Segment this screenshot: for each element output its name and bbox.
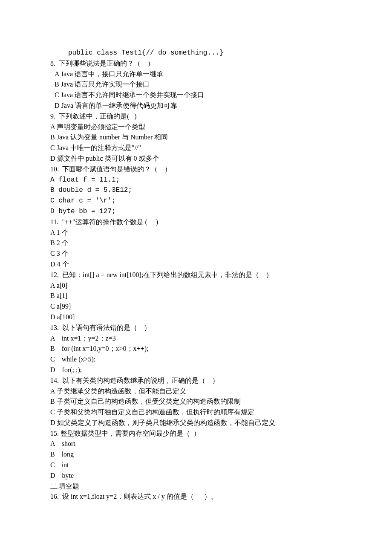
text-line: 15. 整型数据类型中，需要内存空间最少的是（ ） [50, 428, 345, 439]
text-line: D byte bb = 127; [50, 206, 345, 217]
text-line: B 2 个 [50, 238, 345, 249]
text-line: D for(; ;); [50, 365, 345, 376]
text-line: D 如父类定义了构造函数，则子类只能继承父类的构造函数，不能自己定义 [50, 418, 345, 428]
text-line: C 子类和父类均可独自定义自己的构造函数，但执行时的顺序有规定 [50, 407, 345, 418]
text-line: C int [50, 460, 345, 471]
text-line: 9. 下列叙述中，正确的是( ) [50, 111, 345, 122]
text-line: D Java 语言的单一继承使得代码更加可靠 [50, 101, 345, 111]
text-line: 二.填空题 [50, 481, 345, 492]
text-line: public class Test1{// do something...} [50, 48, 345, 58]
text-line: 10. 下面哪个赋值语句是错误的？（ ） [50, 164, 345, 175]
text-line: C a[99] [50, 301, 345, 312]
document-page: public class Test1{// do something...}8.… [0, 0, 392, 545]
text-line: D byte [50, 471, 345, 481]
text-line: D 源文件中 public 类可以有 0 或多个 [50, 153, 345, 164]
text-line: C 3 个 [50, 249, 345, 259]
text-line: A short [50, 439, 345, 449]
text-line: A 子类继承父类的构造函数，但不能自己定义 [50, 386, 345, 397]
text-line: 14. 以下有关类的构造函数继承的说明，正确的是（ ） [50, 376, 345, 386]
text-line: C Java 语言不允许同时继承一个类并实现一个接口 [50, 90, 345, 101]
text-line: C char c = '\r'; [50, 196, 345, 206]
document-content: public class Test1{// do something...}8.… [50, 48, 345, 502]
text-line: B Java 语言只允许实现一个接口 [50, 79, 345, 90]
text-line: A 1 个 [50, 228, 345, 238]
text-line: D 4 个 [50, 259, 345, 270]
text-line: B Java 认为变量 number 与 Number 相同 [50, 132, 345, 143]
text-line: B for (int x=10,y=0；x>0；x++); [50, 344, 345, 354]
text-line: C while (x>5); [50, 354, 345, 365]
text-line: 12. 已知：int[] a = new int[100];在下列给出的数组元素… [50, 270, 345, 280]
text-line: C Java 中唯一的注释方式是"//" [50, 143, 345, 153]
text-line: D a[100] [50, 312, 345, 323]
text-line: 16. 设 int x=1,float y=2，则表达式 x / y 的值是（ … [50, 491, 345, 502]
text-line: B double d = 5.3E12; [50, 185, 345, 196]
text-line: A int x=1；y=2；z=3 [50, 333, 345, 344]
text-line: A Java 语言中，接口只允许单一继承 [50, 69, 345, 80]
text-line: B 子类可定义自己的构造函数，但受父类定义的构造函数的限制 [50, 396, 345, 407]
text-line: A 声明变量时必须指定一个类型 [50, 122, 345, 133]
text-line: B long [50, 449, 345, 460]
text-line: A a[0] [50, 280, 345, 291]
text-line: B a[1] [50, 291, 345, 301]
text-line: 8. 下列哪些说法是正确的？（ ） [50, 58, 345, 69]
text-line: A float f = 11.1; [50, 175, 345, 185]
text-line: 13. 以下语句有语法错的是（ ） [50, 323, 345, 333]
text-line: 11. "++"运算符的操作数个数是 ( ) [50, 217, 345, 228]
